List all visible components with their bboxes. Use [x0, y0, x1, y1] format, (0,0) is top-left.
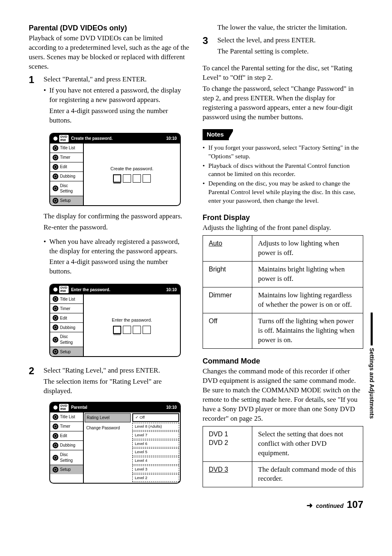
- option-change-password: Change Password: [84, 423, 131, 433]
- password-prompt: Enter the password.: [112, 317, 152, 323]
- setup-icon: [53, 198, 58, 204]
- step2-line2: The selection items for "Rating Level" a…: [44, 377, 189, 396]
- timer-icon: [53, 155, 58, 160]
- ss-time: 10:10: [166, 287, 177, 293]
- spec-key: DVD 1: [209, 431, 228, 438]
- step-number-1: 1: [29, 75, 44, 363]
- screenshot-create-password: DVDRW Create the password. 10:10 Title L…: [49, 133, 181, 206]
- sidebar-item-label: Dubbing: [60, 442, 75, 448]
- dvd-badge-icon: DVDRW: [59, 286, 69, 293]
- note-item: Playback of discs without the Parental C…: [208, 162, 363, 179]
- sidebar-item-label: Dubbing: [60, 174, 75, 179]
- ss-title: Enter the password.: [71, 287, 166, 293]
- ss-title: Parental: [71, 405, 166, 410]
- note-item: Depending on the disc, you may be asked …: [208, 179, 363, 205]
- setup-icon: [53, 467, 58, 473]
- step1-after-a: The display for confirming the password …: [44, 212, 189, 221]
- level-label: Off: [140, 415, 145, 419]
- step-number-3: 3: [203, 36, 217, 58]
- dvd-badge-icon: DVDRW: [59, 404, 69, 411]
- title-list-icon: [53, 145, 58, 151]
- record-icon: [53, 405, 58, 410]
- spec-value: Select the setting that does not conflic…: [252, 426, 363, 461]
- spec-key: Off: [203, 313, 252, 349]
- screenshot-parental-levels: DVDRW Parental 10:10 Title List Timer Ed…: [49, 402, 181, 484]
- sidebar-item-label: Edit: [60, 433, 67, 439]
- password-fields: [113, 326, 151, 334]
- bullet-dot: •: [203, 162, 208, 179]
- level-option: Level 2: [132, 474, 179, 482]
- title-list-icon: [53, 414, 58, 420]
- level-option: Level 7: [132, 431, 179, 439]
- spec-value: Maintains low lighting regardless of whe…: [252, 287, 363, 313]
- timer-icon: [53, 424, 58, 429]
- edit-icon: [53, 433, 58, 439]
- ss-sidebar: Title List Timer Edit Dubbing Disc Setti…: [50, 294, 84, 356]
- password-digit: [133, 326, 141, 334]
- step2-line1: Select "Rating Level," and press ENTER.: [44, 366, 189, 375]
- spec-value: Turns off the lighting when power is off…: [252, 313, 363, 349]
- spec-key: DVD 3: [209, 466, 228, 473]
- sidebar-item-label: Setup: [60, 349, 71, 355]
- side-tab: Settings and Adjustments: [368, 313, 376, 419]
- dvd-badge-icon: DVDRW: [59, 135, 69, 142]
- spec-key: DVD 2: [209, 439, 228, 446]
- section-heading-front-display: Front Display: [203, 213, 363, 222]
- password-prompt: Create the password.: [111, 166, 154, 172]
- page-number: 107: [347, 498, 363, 511]
- password-digit: [113, 174, 121, 183]
- step1-bullet-b: Enter a 4-digit password using the numbe…: [49, 107, 189, 125]
- disc-setting-icon: [53, 337, 58, 343]
- bullet-dot: •: [203, 179, 208, 205]
- level-option: Level 5: [132, 448, 179, 456]
- sidebar-item-label: Timer: [60, 306, 70, 312]
- step1-after-b: Re-enter the password.: [44, 223, 189, 232]
- screenshot-enter-password: DVDRW Enter the password. 10:10 Title Li…: [49, 284, 181, 357]
- edit-icon: [53, 315, 58, 321]
- level-option: Level 3: [132, 466, 179, 473]
- sidebar-item-label: Edit: [60, 164, 67, 170]
- ss-time: 10:10: [166, 405, 177, 410]
- password-digit: [123, 174, 131, 183]
- level-option: Level 4: [132, 457, 179, 465]
- disc-setting-icon: [53, 185, 58, 191]
- section-heading-command-mode: Command Mode: [203, 356, 363, 366]
- stricter-note: The lower the value, the stricter the li…: [203, 23, 363, 32]
- check-icon: ✓: [135, 415, 138, 419]
- sidebar-item-label: Timer: [60, 155, 70, 160]
- ss-sidebar: Title List Timer Edit Dubbing Disc Setti…: [50, 412, 84, 483]
- ss-time: 10:10: [166, 136, 177, 141]
- bullet-dot: •: [203, 144, 208, 161]
- edit-icon: [53, 164, 58, 170]
- spec-key: Dimmer: [203, 287, 252, 313]
- step-number-2: 2: [29, 366, 44, 483]
- cancel-parental-text: To cancel the Parental setting for the d…: [203, 64, 363, 83]
- ss-title: Create the password.: [71, 136, 166, 141]
- dubbing-icon: [53, 324, 58, 330]
- command-mode-table: DVD 1DVD 2 Select the setting that does …: [203, 426, 363, 488]
- spec-key: Bright: [203, 262, 252, 287]
- step1-bullet-a: If you have not entered a password, the …: [49, 86, 189, 105]
- disc-setting-icon: [53, 455, 58, 461]
- level-option: Level 8 (Adults): [132, 423, 179, 431]
- dubbing-icon: [53, 442, 58, 448]
- password-digit: [143, 174, 151, 183]
- step1-bullet-2b: Enter a 4-digit password using the numbe…: [49, 257, 189, 276]
- section-heading-parental: Parental (DVD VIDEOs only): [29, 23, 189, 33]
- notes-heading: Notes: [203, 129, 229, 140]
- dubbing-icon: [53, 174, 58, 179]
- password-digit: [113, 326, 121, 334]
- sidebar-item-label: Setup: [60, 467, 71, 473]
- password-fields: [113, 174, 151, 183]
- setup-icon: [53, 349, 58, 354]
- level-option: ✓ Off: [132, 413, 179, 422]
- continued-label: continued: [316, 502, 344, 510]
- bullet-dot: •: [44, 237, 49, 278]
- title-list-icon: [53, 296, 58, 302]
- sidebar-item-label: Setup: [60, 198, 71, 204]
- parental-intro: Playback of some DVD VIDEOs can be limit…: [29, 34, 189, 72]
- continued-arrow-icon: ➜: [307, 500, 313, 510]
- sidebar-item-label: Disc Setting: [60, 334, 81, 345]
- spec-value: The default command mode of this recorde…: [252, 461, 363, 487]
- ss-sidebar: Title List Timer Edit Dubbing Disc Setti…: [50, 144, 84, 205]
